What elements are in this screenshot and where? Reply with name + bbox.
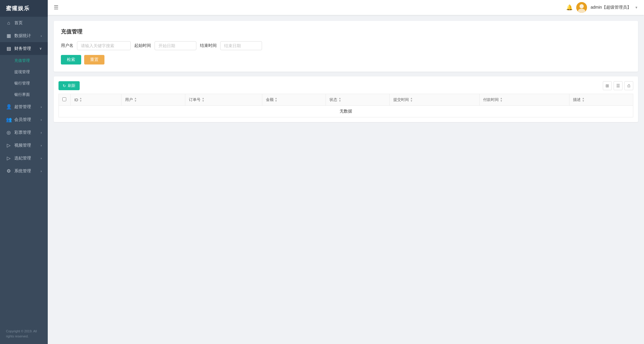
- sidebar-sub-label: 银行管理: [14, 81, 30, 86]
- print-icon: ⎙: [628, 83, 630, 88]
- th-user: 用户 ▲▼: [121, 94, 185, 106]
- sidebar-menu: ⌂ 首页 ▦ 数据统计 › ▤ 财务管理 ∨ 充值管理 提现管理 银行管理 银行…: [0, 17, 48, 324]
- topbar-left: ☰: [54, 4, 58, 11]
- select-all-checkbox[interactable]: [62, 97, 66, 101]
- sort-arrows-submit: ▲▼: [410, 97, 413, 102]
- sort-id[interactable]: ID ▲▼: [74, 97, 82, 102]
- no-data-row: 无数据: [59, 106, 633, 117]
- sidebar-item-label: 财务管理: [14, 46, 31, 51]
- chevron-right-icon: ›: [41, 34, 42, 38]
- data-table: ID ▲▼ 用户 ▲▼ 订单号: [58, 94, 633, 117]
- anchor-icon: ▷: [6, 155, 11, 161]
- sidebar-item-super-admin[interactable]: 👤 超管管理 ›: [0, 100, 48, 113]
- th-id: ID ▲▼: [71, 94, 121, 106]
- bell-icon[interactable]: 🔔: [566, 4, 573, 11]
- sort-description[interactable]: 描述 ▲▼: [573, 97, 585, 102]
- username-input[interactable]: [77, 41, 131, 50]
- svg-point-1: [580, 4, 584, 8]
- chevron-right-icon: ›: [41, 156, 42, 160]
- topbar-username[interactable]: admin【超级管理员】: [591, 5, 631, 10]
- end-date-input[interactable]: [220, 41, 262, 50]
- lottery-icon: ◎: [6, 130, 11, 135]
- table-head: ID ▲▼ 用户 ▲▼ 订单号: [59, 94, 633, 106]
- reset-button[interactable]: 重置: [84, 55, 104, 64]
- finance-icon: ▤: [6, 46, 11, 51]
- sort-order[interactable]: 订单号 ▲▼: [189, 97, 204, 102]
- hamburger-icon[interactable]: ☰: [54, 4, 58, 11]
- sidebar-item-label: 超管管理: [14, 104, 31, 110]
- start-date-input[interactable]: [155, 41, 196, 50]
- sort-submit-time[interactable]: 提交时间 ▲▼: [393, 97, 413, 102]
- th-amount: 金额 ▲▼: [262, 94, 326, 106]
- th-description: 描述 ▲▼: [569, 94, 633, 106]
- sidebar-item-member[interactable]: 👥 会员管理 ›: [0, 113, 48, 126]
- sort-arrows-pay: ▲▼: [500, 97, 503, 102]
- sidebar-item-label: 首页: [14, 20, 23, 26]
- sidebar-item-data-stats[interactable]: ▦ 数据统计 ›: [0, 29, 48, 42]
- chevron-right-icon: ›: [41, 169, 42, 173]
- sort-arrows-desc: ▲▼: [582, 97, 585, 102]
- sidebar-item-label: 会员管理: [14, 117, 31, 122]
- table-tools: ⊞ ☰ ⎙: [603, 81, 633, 90]
- chevron-down-icon: ∨: [39, 47, 42, 50]
- content-area: 充值管理 用户名 起始时间 结束时间 检索 重置 ↻ 刷新: [48, 15, 644, 344]
- video-icon: ▷: [6, 142, 11, 148]
- avatar[interactable]: [576, 2, 587, 13]
- sort-arrows-amount: ▲▼: [275, 97, 278, 102]
- sort-arrows-user: ▲▼: [134, 97, 137, 102]
- sidebar-item-label: 视频管理: [14, 143, 31, 148]
- page-title: 充值管理: [61, 28, 631, 35]
- th-checkbox: [59, 94, 71, 106]
- export-icon: ⊞: [606, 83, 609, 88]
- print-button[interactable]: ⎙: [624, 81, 633, 90]
- th-order: 订单号 ▲▼: [185, 94, 262, 106]
- topbar-dropdown-icon[interactable]: ▼: [635, 6, 638, 9]
- sort-pay-time[interactable]: 付款时间 ▲▼: [483, 97, 503, 102]
- table-toolbar: ↻ 刷新 ⊞ ☰ ⎙: [58, 81, 633, 90]
- sort-amount[interactable]: 金额 ▲▼: [266, 97, 278, 102]
- sort-status[interactable]: 状态 ▲▼: [329, 97, 341, 102]
- sort-arrows-order: ▲▼: [202, 97, 204, 102]
- topbar: ☰ 🔔 admin【超级管理员】 ▼: [48, 0, 644, 15]
- sidebar-item-system[interactable]: ⚙ 系统管理 ›: [0, 165, 48, 177]
- sidebar-footer: Copyright © 2019. All rights reserved.: [0, 324, 48, 344]
- columns-button[interactable]: ☰: [614, 81, 623, 90]
- group-icon: 👥: [6, 117, 11, 122]
- sidebar-item-video[interactable]: ▷ 视频管理 ›: [0, 139, 48, 152]
- table-body: 无数据: [59, 106, 633, 117]
- export-button[interactable]: ⊞: [603, 81, 612, 90]
- table-card: ↻ 刷新 ⊞ ☰ ⎙: [54, 76, 638, 122]
- filter-card: 充值管理 用户名 起始时间 结束时间 检索 重置: [54, 21, 638, 72]
- th-status: 状态 ▲▼: [326, 94, 390, 106]
- search-button[interactable]: 检索: [61, 55, 81, 64]
- main-content: ☰ 🔔 admin【超级管理员】 ▼ 充值管理 用户名 起始时间: [48, 0, 644, 344]
- sidebar-sub-label: 充值管理: [14, 58, 30, 63]
- sort-user[interactable]: 用户 ▲▼: [125, 97, 137, 102]
- sidebar-item-anchor[interactable]: ▷ 选妃管理 ›: [0, 152, 48, 165]
- refresh-icon: ↻: [63, 84, 66, 88]
- chevron-right-icon: ›: [41, 105, 42, 109]
- sidebar-sub-item-recharge[interactable]: 充值管理: [0, 55, 48, 66]
- home-icon: ⌂: [6, 20, 11, 26]
- sidebar-item-label: 彩票管理: [14, 130, 31, 135]
- sidebar: 蜜獾娱乐 ⌂ 首页 ▦ 数据统计 › ▤ 财务管理 ∨ 充值管理 提现管理 银行…: [0, 0, 48, 344]
- gear-icon: ⚙: [6, 168, 11, 174]
- username-label: 用户名: [61, 43, 73, 48]
- sidebar-sub-item-bank[interactable]: 银行管理: [0, 78, 48, 89]
- sidebar-item-home[interactable]: ⌂ 首页: [0, 17, 48, 29]
- chart-icon: ▦: [6, 33, 11, 39]
- columns-icon: ☰: [616, 83, 620, 88]
- refresh-button[interactable]: ↻ 刷新: [58, 81, 80, 90]
- start-time-label: 起始时间: [134, 43, 151, 48]
- sidebar-sub-item-bank-ui[interactable]: 银行界面: [0, 89, 48, 100]
- sidebar-item-lottery[interactable]: ◎ 彩票管理 ›: [0, 126, 48, 139]
- sidebar-sub-item-withdraw[interactable]: 提现管理: [0, 66, 48, 78]
- user-icon: 👤: [6, 104, 11, 110]
- sort-arrows-status: ▲▼: [338, 97, 341, 102]
- sidebar-sub-label: 提现管理: [14, 69, 30, 75]
- sidebar-item-label: 系统管理: [14, 168, 31, 174]
- filter-row: 用户名 起始时间 结束时间: [61, 41, 631, 50]
- sidebar-item-finance[interactable]: ▤ 财务管理 ∨: [0, 42, 48, 55]
- sidebar-logo: 蜜獾娱乐: [0, 0, 48, 17]
- chevron-right-icon: ›: [41, 144, 42, 147]
